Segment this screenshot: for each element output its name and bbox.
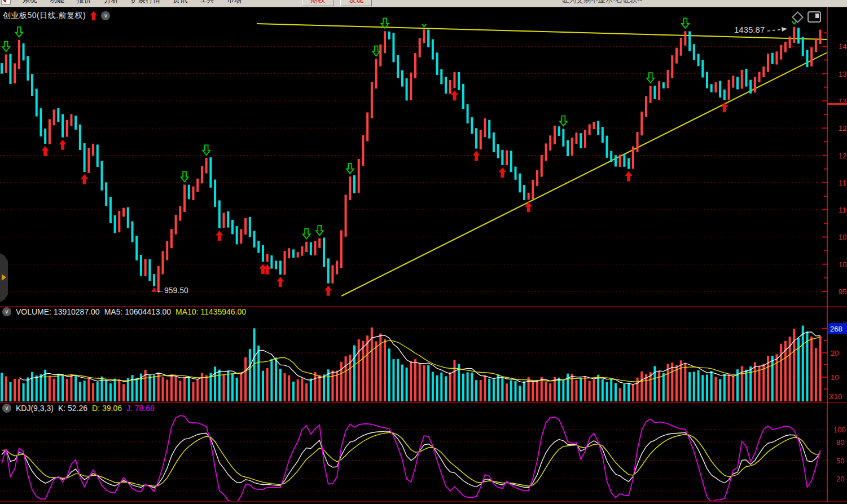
svg-text:1100: 1100	[839, 206, 847, 214]
sell-signal-arrow	[303, 229, 310, 239]
buy-signal-arrow	[42, 146, 49, 156]
kdj-layer	[2, 415, 820, 502]
buy-signal-arrow	[59, 140, 67, 150]
low-price-annotation: ←959.50	[156, 286, 188, 295]
menu-item-5[interactable]: 资讯	[173, 0, 187, 5]
volume-value: VOLUME: 13910287.00	[16, 307, 100, 316]
sell-signal-arrow	[346, 163, 354, 174]
svg-text:20: 20	[836, 475, 844, 483]
candles-layer	[1, 27, 822, 292]
buy-signal-arrow	[625, 171, 633, 182]
axis-price-tick	[827, 103, 847, 105]
menu-right-note: 证为交易不显示·右证软--	[561, 0, 642, 5]
sell-signal-arrow	[560, 116, 567, 126]
menu-item-2[interactable]: 报价	[77, 0, 91, 5]
check-mark-icon	[422, 24, 426, 26]
svg-text:X10: X10	[829, 392, 842, 401]
main-collapse-chevron-button[interactable]: ∨	[101, 11, 110, 20]
app-icon[interactable]	[1, 0, 11, 5]
buy-signal-arrow	[324, 286, 332, 296]
kdj-header: ∨ KDJ(9,3,3) K: 52.26 D: 39.06 J: 78.68	[2, 404, 155, 413]
menu-item-6[interactable]: 工具	[200, 0, 214, 5]
buy-signal-arrow	[264, 264, 271, 275]
menu-bar: 系统功能报价分析扩展行情资讯工具市场 期权发现 证为交易不显示·右证软--	[0, 0, 847, 7]
menu-hot-items: 期权发现	[299, 0, 375, 6]
menu-item-0[interactable]: 系统	[23, 0, 37, 5]
buy-signal-arrow	[721, 102, 728, 112]
menu-item-3[interactable]: 分析	[104, 0, 119, 5]
menu-item-1[interactable]: 功能	[50, 0, 64, 5]
high-price-annotation: 1435.87	[734, 25, 788, 34]
svg-text:10: 10	[831, 373, 839, 382]
buy-signal-arrow	[499, 167, 506, 178]
svg-text:50: 50	[836, 457, 844, 465]
kdj-j-value: J: 78.68	[126, 404, 155, 413]
window-split-icon[interactable]	[807, 11, 821, 23]
kdj-k-value: K: 52.26	[58, 404, 87, 413]
buy-signal-arrow	[473, 151, 480, 161]
menu-hot-item-1[interactable]: 发现	[340, 0, 372, 6]
gridlines	[0, 46, 827, 491]
dashed-arrow-icon	[766, 26, 788, 34]
svg-text:1400: 1400	[839, 42, 847, 51]
svg-text:1250: 1250	[839, 124, 847, 132]
svg-text:100: 100	[833, 426, 846, 434]
svg-text:1150: 1150	[839, 179, 847, 187]
sell-signal-arrow	[316, 226, 323, 236]
menu-item-4[interactable]: 扩展行情	[131, 0, 160, 5]
sell-signal-arrow	[203, 145, 210, 155]
sidebar-expand-handle[interactable]	[0, 253, 8, 302]
svg-text:950: 950	[839, 288, 847, 296]
sell-signal-arrow	[682, 18, 689, 28]
volume-header: ∨ VOLUME: 13910287.00 MA5: 10604413.00 M…	[2, 307, 246, 316]
svg-text:1050: 1050	[839, 233, 847, 241]
kdj-name: KDJ(9,3,3)	[16, 404, 54, 413]
svg-text:20: 20	[831, 349, 839, 357]
volume-ma10-value: MA10: 11435946.00	[175, 307, 246, 316]
menu-items: 系统功能报价分析扩展行情资讯工具市场	[16, 0, 248, 5]
kdj-collapse-chevron-button[interactable]: ∨	[2, 404, 11, 413]
up-arrow-icon	[90, 11, 97, 20]
sell-signal-arrow	[372, 46, 380, 56]
corner-icons	[793, 11, 821, 23]
chart-title-bar: 创业板50(日线.前复权) ∨	[3, 11, 110, 21]
buy-signal-arrow	[259, 264, 266, 274]
sell-signal-arrow	[2, 42, 10, 52]
diamond-icon[interactable]	[792, 11, 804, 23]
svg-text:268: 268	[830, 325, 842, 333]
chart-canvas[interactable]: 1400135013001250120011501100105010009502…	[0, 0, 847, 504]
buy-signal-arrow	[451, 90, 458, 100]
app-window: { "menubar": { "items": ["系统","功能","报价",…	[0, 0, 847, 504]
svg-text:80: 80	[836, 438, 844, 446]
svg-text:1000: 1000	[839, 260, 847, 269]
kdj-d-value: D: 39.06	[92, 404, 122, 413]
volume-collapse-chevron-button[interactable]: ∨	[2, 307, 11, 316]
expand-arrow-icon	[2, 274, 6, 281]
sell-signal-arrow	[647, 73, 654, 83]
volume-layer	[1, 326, 822, 401]
buy-signal-arrow	[216, 231, 223, 241]
high-price-value: 1435.87	[734, 25, 765, 34]
menu-item-7[interactable]: 市场	[227, 0, 242, 5]
sell-signal-arrow	[15, 27, 23, 37]
chart-title: 创业板50(日线.前复权)	[3, 11, 86, 21]
sell-signal-arrow	[181, 172, 188, 182]
menu-hot-item-0[interactable]: 期权	[302, 0, 333, 6]
volume-ma5-value: MA5: 10604413.00	[104, 307, 171, 316]
buy-signal-arrow	[277, 277, 284, 287]
svg-text:1200: 1200	[839, 152, 847, 160]
svg-text:1350: 1350	[839, 70, 847, 78]
